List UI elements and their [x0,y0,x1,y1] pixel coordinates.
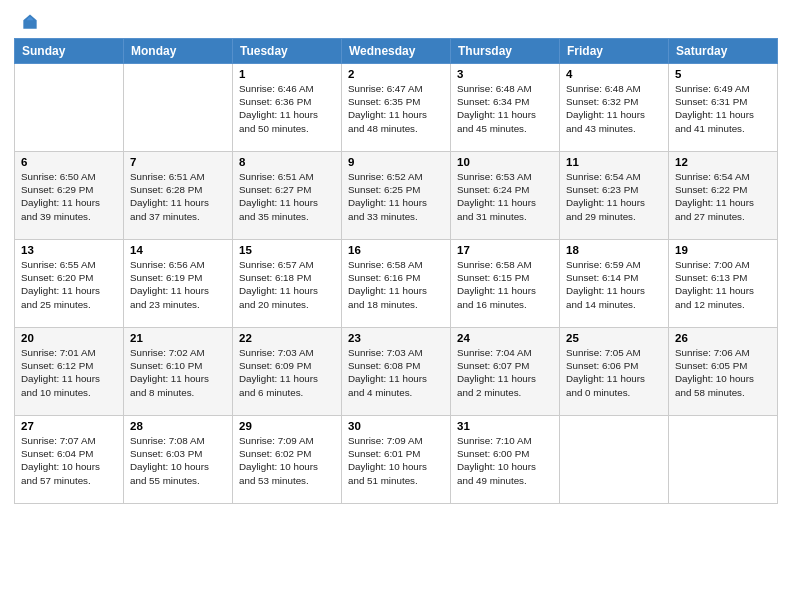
day-number: 18 [566,244,662,256]
day-number: 25 [566,332,662,344]
week-row: 13Sunrise: 6:55 AM Sunset: 6:20 PM Dayli… [15,240,778,328]
logo-icon [20,12,40,32]
calendar-cell: 21Sunrise: 7:02 AM Sunset: 6:10 PM Dayli… [124,328,233,416]
calendar-cell: 16Sunrise: 6:58 AM Sunset: 6:16 PM Dayli… [342,240,451,328]
calendar-cell: 8Sunrise: 6:51 AM Sunset: 6:27 PM Daylig… [233,152,342,240]
calendar-cell: 22Sunrise: 7:03 AM Sunset: 6:09 PM Dayli… [233,328,342,416]
page: SundayMondayTuesdayWednesdayThursdayFrid… [0,0,792,612]
day-number: 3 [457,68,553,80]
calendar-cell [669,416,778,504]
day-info: Sunrise: 7:10 AM Sunset: 6:00 PM Dayligh… [457,434,553,487]
day-info: Sunrise: 6:57 AM Sunset: 6:18 PM Dayligh… [239,258,335,311]
day-info: Sunrise: 6:59 AM Sunset: 6:14 PM Dayligh… [566,258,662,311]
day-info: Sunrise: 7:02 AM Sunset: 6:10 PM Dayligh… [130,346,226,399]
day-info: Sunrise: 6:51 AM Sunset: 6:27 PM Dayligh… [239,170,335,223]
calendar-cell: 31Sunrise: 7:10 AM Sunset: 6:00 PM Dayli… [451,416,560,504]
day-info: Sunrise: 6:55 AM Sunset: 6:20 PM Dayligh… [21,258,117,311]
day-number: 26 [675,332,771,344]
day-number: 12 [675,156,771,168]
day-info: Sunrise: 7:01 AM Sunset: 6:12 PM Dayligh… [21,346,117,399]
weekday-header-saturday: Saturday [669,39,778,64]
calendar-cell: 14Sunrise: 6:56 AM Sunset: 6:19 PM Dayli… [124,240,233,328]
day-info: Sunrise: 6:47 AM Sunset: 6:35 PM Dayligh… [348,82,444,135]
day-number: 22 [239,332,335,344]
day-number: 1 [239,68,335,80]
day-number: 17 [457,244,553,256]
day-number: 10 [457,156,553,168]
day-info: Sunrise: 6:48 AM Sunset: 6:32 PM Dayligh… [566,82,662,135]
calendar-cell [560,416,669,504]
calendar-cell: 23Sunrise: 7:03 AM Sunset: 6:08 PM Dayli… [342,328,451,416]
day-info: Sunrise: 7:09 AM Sunset: 6:02 PM Dayligh… [239,434,335,487]
calendar-cell: 7Sunrise: 6:51 AM Sunset: 6:28 PM Daylig… [124,152,233,240]
calendar-cell: 30Sunrise: 7:09 AM Sunset: 6:01 PM Dayli… [342,416,451,504]
logo [18,12,40,32]
calendar-cell: 5Sunrise: 6:49 AM Sunset: 6:31 PM Daylig… [669,64,778,152]
day-number: 30 [348,420,444,432]
day-number: 24 [457,332,553,344]
day-number: 14 [130,244,226,256]
day-info: Sunrise: 7:06 AM Sunset: 6:05 PM Dayligh… [675,346,771,399]
day-number: 23 [348,332,444,344]
calendar-cell: 12Sunrise: 6:54 AM Sunset: 6:22 PM Dayli… [669,152,778,240]
calendar-cell: 15Sunrise: 6:57 AM Sunset: 6:18 PM Dayli… [233,240,342,328]
day-number: 9 [348,156,444,168]
calendar-cell: 11Sunrise: 6:54 AM Sunset: 6:23 PM Dayli… [560,152,669,240]
day-info: Sunrise: 6:51 AM Sunset: 6:28 PM Dayligh… [130,170,226,223]
day-info: Sunrise: 7:00 AM Sunset: 6:13 PM Dayligh… [675,258,771,311]
week-row: 6Sunrise: 6:50 AM Sunset: 6:29 PM Daylig… [15,152,778,240]
day-info: Sunrise: 6:48 AM Sunset: 6:34 PM Dayligh… [457,82,553,135]
day-number: 28 [130,420,226,432]
calendar-cell: 2Sunrise: 6:47 AM Sunset: 6:35 PM Daylig… [342,64,451,152]
calendar-cell: 27Sunrise: 7:07 AM Sunset: 6:04 PM Dayli… [15,416,124,504]
week-row: 1Sunrise: 6:46 AM Sunset: 6:36 PM Daylig… [15,64,778,152]
day-info: Sunrise: 6:52 AM Sunset: 6:25 PM Dayligh… [348,170,444,223]
calendar-cell: 19Sunrise: 7:00 AM Sunset: 6:13 PM Dayli… [669,240,778,328]
day-info: Sunrise: 7:09 AM Sunset: 6:01 PM Dayligh… [348,434,444,487]
calendar-cell: 17Sunrise: 6:58 AM Sunset: 6:15 PM Dayli… [451,240,560,328]
calendar-cell: 20Sunrise: 7:01 AM Sunset: 6:12 PM Dayli… [15,328,124,416]
day-number: 29 [239,420,335,432]
day-info: Sunrise: 6:46 AM Sunset: 6:36 PM Dayligh… [239,82,335,135]
day-info: Sunrise: 7:03 AM Sunset: 6:08 PM Dayligh… [348,346,444,399]
day-number: 21 [130,332,226,344]
calendar-cell: 24Sunrise: 7:04 AM Sunset: 6:07 PM Dayli… [451,328,560,416]
calendar-cell: 1Sunrise: 6:46 AM Sunset: 6:36 PM Daylig… [233,64,342,152]
day-info: Sunrise: 6:54 AM Sunset: 6:23 PM Dayligh… [566,170,662,223]
calendar-cell: 26Sunrise: 7:06 AM Sunset: 6:05 PM Dayli… [669,328,778,416]
header [0,0,792,38]
day-info: Sunrise: 6:49 AM Sunset: 6:31 PM Dayligh… [675,82,771,135]
day-info: Sunrise: 7:08 AM Sunset: 6:03 PM Dayligh… [130,434,226,487]
day-info: Sunrise: 6:53 AM Sunset: 6:24 PM Dayligh… [457,170,553,223]
day-number: 15 [239,244,335,256]
calendar-cell: 4Sunrise: 6:48 AM Sunset: 6:32 PM Daylig… [560,64,669,152]
calendar-body: 1Sunrise: 6:46 AM Sunset: 6:36 PM Daylig… [15,64,778,504]
day-number: 27 [21,420,117,432]
weekday-header-sunday: Sunday [15,39,124,64]
day-number: 8 [239,156,335,168]
weekday-header-tuesday: Tuesday [233,39,342,64]
day-number: 2 [348,68,444,80]
calendar-cell: 13Sunrise: 6:55 AM Sunset: 6:20 PM Dayli… [15,240,124,328]
calendar-table: SundayMondayTuesdayWednesdayThursdayFrid… [14,38,778,504]
day-number: 16 [348,244,444,256]
day-info: Sunrise: 6:54 AM Sunset: 6:22 PM Dayligh… [675,170,771,223]
day-info: Sunrise: 7:04 AM Sunset: 6:07 PM Dayligh… [457,346,553,399]
calendar-cell: 28Sunrise: 7:08 AM Sunset: 6:03 PM Dayli… [124,416,233,504]
day-number: 6 [21,156,117,168]
calendar-cell: 6Sunrise: 6:50 AM Sunset: 6:29 PM Daylig… [15,152,124,240]
calendar-cell: 25Sunrise: 7:05 AM Sunset: 6:06 PM Dayli… [560,328,669,416]
day-number: 4 [566,68,662,80]
day-number: 13 [21,244,117,256]
day-info: Sunrise: 7:03 AM Sunset: 6:09 PM Dayligh… [239,346,335,399]
weekday-header-friday: Friday [560,39,669,64]
day-number: 19 [675,244,771,256]
calendar-header: SundayMondayTuesdayWednesdayThursdayFrid… [15,39,778,64]
weekday-header-wednesday: Wednesday [342,39,451,64]
week-row: 20Sunrise: 7:01 AM Sunset: 6:12 PM Dayli… [15,328,778,416]
day-number: 20 [21,332,117,344]
day-number: 11 [566,156,662,168]
calendar-cell [124,64,233,152]
day-number: 31 [457,420,553,432]
calendar-cell: 9Sunrise: 6:52 AM Sunset: 6:25 PM Daylig… [342,152,451,240]
